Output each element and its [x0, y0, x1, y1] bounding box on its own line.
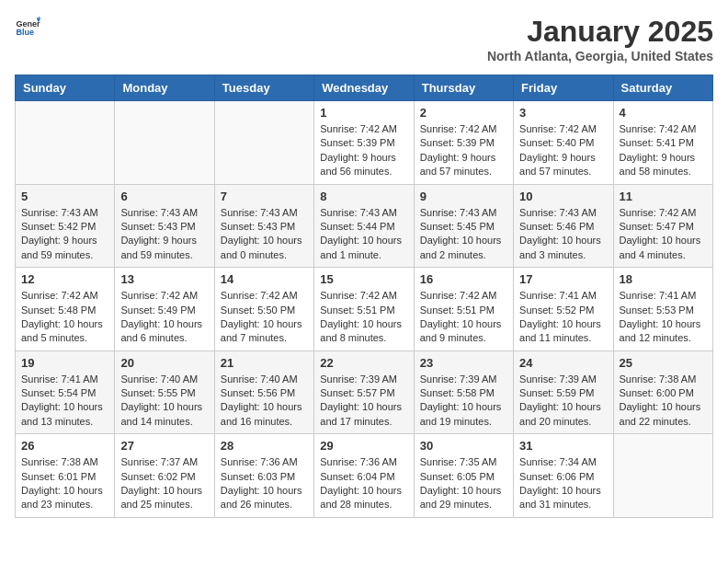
calendar-cell: 8Sunrise: 7:43 AM Sunset: 5:44 PM Daylig…	[314, 184, 414, 268]
svg-marker-3	[39, 16, 40, 19]
cell-content: Sunrise: 7:42 AM Sunset: 5:47 PM Dayligh…	[620, 206, 707, 263]
day-number: 17	[519, 272, 607, 286]
calendar-cell: 28Sunrise: 7:36 AM Sunset: 6:03 PM Dayli…	[214, 434, 313, 518]
day-number: 5	[21, 190, 108, 203]
calendar-cell: 16Sunrise: 7:42 AM Sunset: 5:51 PM Dayli…	[414, 268, 513, 351]
cell-content: Sunrise: 7:41 AM Sunset: 5:52 PM Dayligh…	[519, 289, 607, 346]
cell-content: Sunrise: 7:39 AM Sunset: 5:57 PM Dayligh…	[320, 373, 407, 430]
day-headers-row: SundayMondayTuesdayWednesdayThursdayFrid…	[16, 75, 713, 101]
day-number: 25	[620, 356, 707, 370]
calendar-cell: 22Sunrise: 7:39 AM Sunset: 5:57 PM Dayli…	[314, 350, 414, 434]
day-header-wednesday: Wednesday	[314, 75, 414, 101]
week-row-2: 5Sunrise: 7:43 AM Sunset: 5:42 PM Daylig…	[16, 184, 713, 268]
day-number: 27	[120, 439, 208, 453]
calendar-cell: 2Sunrise: 7:42 AM Sunset: 5:39 PM Daylig…	[414, 101, 513, 185]
day-number: 12	[21, 272, 108, 286]
calendar-cell	[115, 101, 214, 185]
day-number: 15	[320, 272, 407, 286]
calendar-cell: 31Sunrise: 7:34 AM Sunset: 6:06 PM Dayli…	[514, 434, 613, 518]
calendar-cell: 5Sunrise: 7:43 AM Sunset: 5:42 PM Daylig…	[16, 184, 115, 268]
day-number: 16	[420, 272, 507, 286]
day-number: 9	[420, 190, 507, 203]
svg-text:Blue: Blue	[16, 28, 34, 37]
cell-content: Sunrise: 7:43 AM Sunset: 5:46 PM Dayligh…	[519, 206, 607, 263]
calendar-cell: 19Sunrise: 7:41 AM Sunset: 5:54 PM Dayli…	[16, 350, 115, 434]
day-number: 2	[420, 106, 507, 120]
calendar-cell: 17Sunrise: 7:41 AM Sunset: 5:52 PM Dayli…	[514, 268, 613, 351]
cell-content: Sunrise: 7:42 AM Sunset: 5:51 PM Dayligh…	[320, 289, 407, 346]
calendar-cell: 29Sunrise: 7:36 AM Sunset: 6:04 PM Dayli…	[314, 434, 414, 518]
day-number: 19	[21, 356, 108, 370]
cell-content: Sunrise: 7:42 AM Sunset: 5:41 PM Dayligh…	[620, 122, 707, 179]
calendar-cell: 14Sunrise: 7:42 AM Sunset: 5:50 PM Dayli…	[214, 268, 313, 351]
calendar-cell: 13Sunrise: 7:42 AM Sunset: 5:49 PM Dayli…	[115, 268, 214, 351]
cell-content: Sunrise: 7:42 AM Sunset: 5:48 PM Dayligh…	[21, 289, 108, 346]
day-number: 11	[620, 190, 707, 203]
calendar-cell: 15Sunrise: 7:42 AM Sunset: 5:51 PM Dayli…	[314, 268, 414, 351]
day-number: 7	[221, 190, 308, 203]
calendar-table: SundayMondayTuesdayWednesdayThursdayFrid…	[15, 75, 713, 518]
week-row-5: 26Sunrise: 7:38 AM Sunset: 6:01 PM Dayli…	[16, 434, 713, 518]
calendar-cell: 20Sunrise: 7:40 AM Sunset: 5:55 PM Dayli…	[115, 350, 214, 434]
logo: General Blue	[15, 15, 40, 40]
calendar-cell: 26Sunrise: 7:38 AM Sunset: 6:01 PM Dayli…	[16, 434, 115, 518]
calendar-cell: 25Sunrise: 7:38 AM Sunset: 6:00 PM Dayli…	[613, 350, 712, 434]
cell-content: Sunrise: 7:37 AM Sunset: 6:02 PM Dayligh…	[120, 455, 208, 512]
week-row-1: 1Sunrise: 7:42 AM Sunset: 5:39 PM Daylig…	[16, 101, 713, 185]
cell-content: Sunrise: 7:42 AM Sunset: 5:40 PM Dayligh…	[519, 122, 607, 179]
cell-content: Sunrise: 7:34 AM Sunset: 6:06 PM Dayligh…	[519, 455, 607, 512]
day-number: 23	[420, 356, 507, 370]
calendar-cell: 1Sunrise: 7:42 AM Sunset: 5:39 PM Daylig…	[314, 101, 414, 185]
calendar-cell: 12Sunrise: 7:42 AM Sunset: 5:48 PM Dayli…	[16, 268, 115, 351]
day-number: 1	[320, 106, 407, 120]
cell-content: Sunrise: 7:38 AM Sunset: 6:01 PM Dayligh…	[21, 455, 108, 512]
calendar-cell	[16, 101, 115, 185]
cell-content: Sunrise: 7:41 AM Sunset: 5:54 PM Dayligh…	[21, 373, 108, 430]
page-header: General Blue January 2025 North Atlanta,…	[15, 15, 713, 63]
calendar-cell: 10Sunrise: 7:43 AM Sunset: 5:46 PM Dayli…	[514, 184, 613, 268]
cell-content: Sunrise: 7:42 AM Sunset: 5:49 PM Dayligh…	[120, 289, 208, 346]
cell-content: Sunrise: 7:42 AM Sunset: 5:50 PM Dayligh…	[221, 289, 308, 346]
cell-content: Sunrise: 7:35 AM Sunset: 6:05 PM Dayligh…	[420, 455, 507, 512]
day-number: 20	[120, 356, 208, 370]
cell-content: Sunrise: 7:42 AM Sunset: 5:39 PM Dayligh…	[420, 122, 507, 179]
cell-content: Sunrise: 7:43 AM Sunset: 5:42 PM Dayligh…	[21, 206, 108, 263]
day-header-saturday: Saturday	[613, 75, 712, 101]
day-header-sunday: Sunday	[16, 75, 115, 101]
calendar-cell: 23Sunrise: 7:39 AM Sunset: 5:58 PM Dayli…	[414, 350, 513, 434]
cell-content: Sunrise: 7:43 AM Sunset: 5:44 PM Dayligh…	[320, 206, 407, 263]
calendar-cell: 24Sunrise: 7:39 AM Sunset: 5:59 PM Dayli…	[514, 350, 613, 434]
calendar-cell: 18Sunrise: 7:41 AM Sunset: 5:53 PM Dayli…	[613, 268, 712, 351]
week-row-4: 19Sunrise: 7:41 AM Sunset: 5:54 PM Dayli…	[16, 350, 713, 434]
day-number: 18	[620, 272, 707, 286]
cell-content: Sunrise: 7:39 AM Sunset: 5:58 PM Dayligh…	[420, 373, 507, 430]
title-section: January 2025 North Atlanta, Georgia, Uni…	[487, 15, 713, 63]
svg-text:General: General	[16, 19, 40, 29]
calendar-cell: 7Sunrise: 7:43 AM Sunset: 5:43 PM Daylig…	[214, 184, 313, 268]
cell-content: Sunrise: 7:43 AM Sunset: 5:45 PM Dayligh…	[420, 206, 507, 263]
day-number: 31	[519, 439, 607, 453]
day-number: 14	[221, 272, 308, 286]
cell-content: Sunrise: 7:36 AM Sunset: 6:03 PM Dayligh…	[221, 455, 308, 512]
day-number: 21	[221, 356, 308, 370]
week-row-3: 12Sunrise: 7:42 AM Sunset: 5:48 PM Dayli…	[16, 268, 713, 351]
calendar-cell: 9Sunrise: 7:43 AM Sunset: 5:45 PM Daylig…	[414, 184, 513, 268]
calendar-cell: 4Sunrise: 7:42 AM Sunset: 5:41 PM Daylig…	[613, 101, 712, 185]
day-number: 4	[620, 106, 707, 120]
month-title: January 2025	[487, 15, 713, 49]
day-number: 22	[320, 356, 407, 370]
calendar-cell: 27Sunrise: 7:37 AM Sunset: 6:02 PM Dayli…	[115, 434, 214, 518]
day-number: 30	[420, 439, 507, 453]
cell-content: Sunrise: 7:40 AM Sunset: 5:56 PM Dayligh…	[221, 373, 308, 430]
logo-icon: General Blue	[15, 15, 40, 40]
cell-content: Sunrise: 7:38 AM Sunset: 6:00 PM Dayligh…	[620, 373, 707, 430]
cell-content: Sunrise: 7:41 AM Sunset: 5:53 PM Dayligh…	[620, 289, 707, 346]
day-header-tuesday: Tuesday	[214, 75, 313, 101]
day-number: 8	[320, 190, 407, 203]
day-number: 28	[221, 439, 308, 453]
calendar-cell: 6Sunrise: 7:43 AM Sunset: 5:43 PM Daylig…	[115, 184, 214, 268]
day-number: 10	[519, 190, 607, 203]
day-number: 13	[120, 272, 208, 286]
day-header-thursday: Thursday	[414, 75, 513, 101]
cell-content: Sunrise: 7:42 AM Sunset: 5:39 PM Dayligh…	[320, 122, 407, 179]
